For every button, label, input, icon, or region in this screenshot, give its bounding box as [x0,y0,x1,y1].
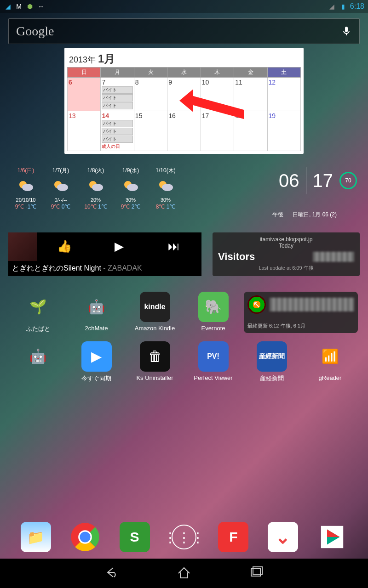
app-icon: ⬢ [26,2,34,11]
app-icon: 🐘 [198,292,229,322]
calendar-cell[interactable]: 8 [134,78,167,111]
app-今すぐ同期[interactable]: ▶今すぐ同期 [69,341,124,383]
weather-clock-row: 1/6(日)20/10/109℃ -1℃1/7(月)0/--/--9℃ 0℃1/… [8,167,360,210]
battery-icon: ▮ [339,2,347,11]
album-art [8,232,37,261]
calendar-event: バイト [102,102,132,109]
dock: 📁S⋮⋮⋮F⌄ [0,522,368,552]
calendar-cell[interactable]: 6 [68,78,101,111]
dock-apps[interactable]: ⋮⋮⋮ [169,522,199,552]
weather-day[interactable]: 1/9(水)30%9℃ 2℃ [113,167,148,210]
app-2chMate[interactable]: 🤖2chMate [69,292,124,333]
thumbs-up-button[interactable]: 👍 [37,239,92,254]
gmail-icon: M [15,2,23,11]
calendar-event: バイト [102,128,132,135]
calendar-event: バイト [102,94,132,102]
next-button[interactable]: ⏭ [147,239,201,254]
mic-icon[interactable] [341,26,352,37]
visitors-widget[interactable]: itamiwake.blogspot.jp Today Visitors Las… [213,232,360,276]
weather-day[interactable]: 1/8(火)20%10℃ 1℃ [78,167,113,210]
calendar-cell[interactable]: 16 [167,111,201,151]
widget-footer: 最終更新 6:12 午後, 6 1月 [247,322,354,329]
app-Evernote[interactable]: 🐘Evernote [185,292,241,333]
dock-app-s[interactable]: S [120,522,150,552]
calendar-cell[interactable]: 13 [68,111,101,151]
calendar-event: バイト [102,120,132,127]
google-logo: Google [16,24,341,39]
sync-icon: ↔ [37,2,45,11]
svg-point-2 [22,184,33,191]
svg-point-6 [92,184,103,191]
visitors-footer: Last update at 6:09 午後 [218,265,354,271]
calendar-title: 2013年 1月 [67,51,301,67]
click-widget[interactable]: ↖最終更新 6:12 午後, 6 1月 [244,292,358,333]
calendar-cell[interactable]: 15 [134,111,167,151]
app-[interactable]: 🤖 [10,341,66,383]
svg-point-10 [162,184,173,191]
app-Perfect Viewer[interactable]: PV!Perfect Viewer [185,341,241,383]
cal-dow: 月 [101,68,134,78]
app-icon: kindle [140,292,170,322]
blurred-text [270,298,354,311]
app-icon: 📶 [315,341,345,372]
calendar-cell[interactable]: 12 [267,78,300,111]
calendar-cell[interactable]: 14バイトバイトバイト成人の日 [101,111,134,151]
app-gReader[interactable]: 📶gReader [302,341,358,383]
target-icon: ↖ [247,295,266,314]
calendar-cell[interactable]: 7バイトバイトバイト [101,78,134,111]
cal-dow: 金 [234,68,267,78]
app-icon: 🗑 [140,341,170,372]
clock-date: 日曜日, 1月 06 (2) [293,211,337,219]
visitors-site: itamiwake.blogspot.jp [218,236,354,243]
calendar-cell[interactable]: 10 [201,78,234,111]
status-time: 6:18 [350,2,364,11]
clock-widget[interactable]: 06 17 70 [279,167,360,194]
app-Ks Uninstaller[interactable]: 🗑Ks Uninstaller [127,341,183,383]
weather-day[interactable]: 1/7(月)0/--/--9℃ 0℃ [43,167,78,210]
visitors-label: Visitors [218,251,255,263]
home-button[interactable] [176,564,192,582]
clock-ampm: 午後 [272,211,283,219]
back-button[interactable] [104,564,121,582]
app-ふたばと[interactable]: 🌱ふたばと [10,292,66,333]
app-label: Ks Uninstaller [136,374,173,381]
dock-flipboard[interactable]: F [218,522,248,552]
weather-day[interactable]: 1/6(日)20/10/109℃ -1℃ [8,167,43,210]
calendar-cell[interactable]: 17 [201,111,234,151]
dock-es-file[interactable]: 📁 [21,522,51,552]
clock-hour: 06 [279,170,299,191]
dock-chrome[interactable] [70,522,100,552]
calendar-event: バイト [102,136,132,143]
status-bar: ◢ M ⬢ ↔ ◢ ▮ 6:18 [0,0,368,13]
app-label: Amazon Kindle [135,325,175,332]
app-grid: 🌱ふたばと🤖2chMatekindleAmazon Kindle🐘Evernot… [10,292,358,383]
app-icon: ▶ [81,341,112,372]
calendar-cell[interactable]: 19 [267,111,300,151]
app-label: 2chMate [85,325,108,332]
recent-button[interactable] [247,564,264,582]
visitors-day: Today [218,243,354,249]
play-button[interactable]: ▶ [92,239,146,254]
dock-pocket[interactable]: ⌄ [268,522,298,552]
google-search-bar[interactable]: Google [8,18,360,44]
app-label: ふたばと [26,325,50,333]
weather-day[interactable]: 1/10(木)30%8℃ 1℃ [148,167,183,210]
calendar-widget[interactable]: 2013年 1月 日月火水木金土 67バイトバイトバイト891011121314… [64,48,304,154]
app-icon: PV! [198,341,229,372]
calendar-cell[interactable]: 9 [167,78,201,111]
app-産経新聞[interactable]: 産經新聞産経新聞 [244,341,299,383]
calendar-cell[interactable]: 18 [234,111,267,151]
dock-play[interactable] [317,522,347,552]
cal-dow: 火 [134,68,167,78]
app-Amazon Kindle[interactable]: kindleAmazon Kindle [127,292,183,333]
status-right: ◢ ▮ 6:18 [328,2,364,11]
blurred-count [313,252,354,262]
calendar-cell[interactable]: 11 [234,78,267,111]
music-track: とぎれとぎれのSilent Night - ZABADAK [8,261,201,276]
app-label: 今すぐ同期 [81,374,111,383]
cal-dow: 水 [167,68,201,78]
music-widget[interactable]: 👍 ▶ ⏭ とぎれとぎれのSilent Night - ZABADAK [8,232,201,276]
clock-min: 17 [313,170,334,191]
cal-dow: 木 [201,68,234,78]
app-icon: 🤖 [81,292,112,322]
